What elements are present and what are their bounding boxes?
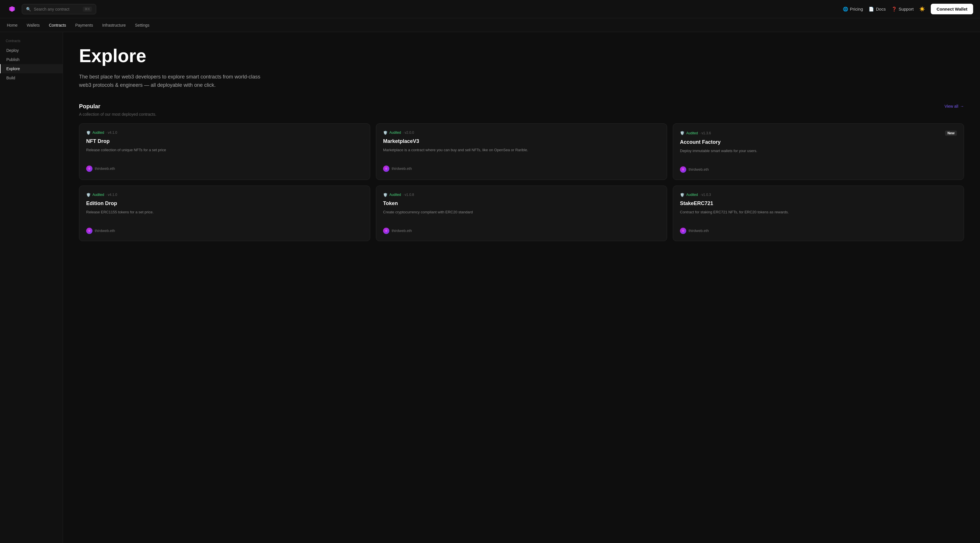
audited-label: Audited <box>389 193 401 197</box>
sidebar-item-deploy[interactable]: Deploy <box>0 46 63 55</box>
topbar-right: 🌐 Pricing 📄 Docs ❓ Support ☀️ Connect Wa… <box>843 4 973 14</box>
audited-label: Audited <box>686 131 698 135</box>
version-tag: · v1.3.6 <box>700 131 711 135</box>
card-description: Deploy immutable smart wallets for your … <box>680 148 957 159</box>
version-tag: · v2.0.0 <box>403 131 414 135</box>
sidebar: Contracts Deploy Publish Explore Build <box>0 32 63 543</box>
audited-badge: 🛡️ Audited · v1.0.3 <box>680 193 711 197</box>
shield-icon: 🛡️ <box>680 193 684 197</box>
sun-icon: ☀️ <box>919 6 925 12</box>
author-avatar <box>680 166 686 173</box>
sidebar-item-publish[interactable]: Publish <box>0 55 63 64</box>
shield-icon: 🛡️ <box>680 131 684 135</box>
card-title: NFT Drop <box>86 139 363 144</box>
card-badge-row: 🛡️ Audited · v1.3.6 New <box>680 131 957 136</box>
card-author: thirdweb.eth <box>95 229 115 233</box>
version-tag: · v1.0.3 <box>700 193 711 197</box>
theme-toggle[interactable]: ☀️ <box>919 6 925 12</box>
section-title-group: Popular <box>79 103 100 110</box>
card-footer: thirdweb.eth <box>383 166 660 172</box>
section-title: Popular <box>79 103 100 110</box>
author-avatar <box>680 228 686 234</box>
contract-card[interactable]: 🛡️ Audited · v1.0.8 Token Create cryptoc… <box>376 186 667 241</box>
main-content: Explore The best place for web3 develope… <box>63 32 980 543</box>
topbar-left: 🔍 ⌘K <box>7 4 96 14</box>
shield-icon: 🛡️ <box>383 131 388 135</box>
shield-icon: 🛡️ <box>383 193 388 197</box>
audited-label: Audited <box>686 193 698 197</box>
card-badge-row: 🛡️ Audited · v4.1.0 <box>86 131 363 135</box>
nav-home[interactable]: Home <box>7 22 18 29</box>
page-title: Explore <box>79 46 964 66</box>
card-description: Release ERC1155 tokens for a set price. <box>86 209 363 221</box>
sidebar-item-explore[interactable]: Explore <box>0 64 63 73</box>
search-icon: 🔍 <box>26 7 31 11</box>
nav-payments[interactable]: Payments <box>75 22 93 29</box>
logo[interactable] <box>7 4 17 14</box>
card-footer: thirdweb.eth <box>680 228 957 234</box>
version-tag: · v4.1.0 <box>106 193 117 197</box>
card-author: thirdweb.eth <box>391 166 412 171</box>
card-badge-row: 🛡️ Audited · v1.0.3 <box>680 193 957 197</box>
arrow-right-icon: → <box>960 104 964 108</box>
secondary-nav: Home Wallets Contracts Payments Infrastr… <box>0 18 980 32</box>
card-description: Create cryptocurrency compliant with ERC… <box>383 209 660 221</box>
card-footer: thirdweb.eth <box>383 228 660 234</box>
view-all-link[interactable]: View all → <box>945 104 964 108</box>
card-footer: thirdweb.eth <box>86 166 363 172</box>
contract-card[interactable]: 🛡️ Audited · v4.1.0 Edition Drop Release… <box>79 186 370 241</box>
connect-wallet-button[interactable]: Connect Wallet <box>931 4 973 14</box>
page-subtitle: The best place for web3 developers to ex… <box>79 73 274 89</box>
main-layout: Contracts Deploy Publish Explore Build E… <box>0 32 980 543</box>
popular-section: Popular View all → A collection of our m… <box>79 103 964 241</box>
search-input[interactable] <box>34 7 80 11</box>
section-subtitle: A collection of our most deployed contra… <box>79 112 964 116</box>
audited-badge: 🛡️ Audited · v1.0.8 <box>383 193 414 197</box>
card-description: Marketplace is a contract where you can … <box>383 147 660 159</box>
nav-wallets[interactable]: Wallets <box>27 22 40 29</box>
contract-card[interactable]: 🛡️ Audited · v4.1.0 NFT Drop Release col… <box>79 123 370 180</box>
audited-badge: 🛡️ Audited · v4.1.0 <box>86 131 117 135</box>
doc-icon: 📄 <box>869 6 874 12</box>
audited-label: Audited <box>92 193 104 197</box>
search-box[interactable]: 🔍 ⌘K <box>22 4 96 14</box>
contract-card[interactable]: 🛡️ Audited · v1.0.3 StakeERC721 Contract… <box>673 186 964 241</box>
nav-settings[interactable]: Settings <box>135 22 150 29</box>
card-badge-row: 🛡️ Audited · v4.1.0 <box>86 193 363 197</box>
card-title: MarketplaceV3 <box>383 139 660 144</box>
card-description: Release collection of unique NFTs for a … <box>86 147 363 159</box>
version-tag: · v4.1.0 <box>106 131 117 135</box>
author-avatar <box>383 166 389 172</box>
contract-card[interactable]: 🛡️ Audited · v1.3.6 New Account Factory … <box>673 123 964 180</box>
pricing-link[interactable]: 🌐 Pricing <box>843 6 863 12</box>
sidebar-section-label: Contracts <box>0 39 63 46</box>
card-author: thirdweb.eth <box>689 229 709 233</box>
nav-contracts[interactable]: Contracts <box>49 22 66 29</box>
search-shortcut: ⌘K <box>83 6 92 12</box>
docs-link[interactable]: 📄 Docs <box>869 6 886 12</box>
contracts-grid: 🛡️ Audited · v4.1.0 NFT Drop Release col… <box>79 123 964 241</box>
author-avatar <box>86 228 92 234</box>
audited-badge: 🛡️ Audited · v4.1.0 <box>86 193 117 197</box>
new-badge: New <box>945 131 957 136</box>
topbar: 🔍 ⌘K 🌐 Pricing 📄 Docs ❓ Support ☀️ Conne… <box>0 0 980 18</box>
sidebar-item-build[interactable]: Build <box>0 73 63 83</box>
card-author: thirdweb.eth <box>391 229 412 233</box>
audited-label: Audited <box>389 131 401 135</box>
nav-infrastructure[interactable]: Infrastructure <box>102 22 126 29</box>
support-link[interactable]: ❓ Support <box>891 6 914 12</box>
author-avatar <box>383 228 389 234</box>
audited-badge: 🛡️ Audited · v2.0.0 <box>383 131 414 135</box>
contract-card[interactable]: 🛡️ Audited · v2.0.0 MarketplaceV3 Market… <box>376 123 667 180</box>
card-badge-row: 🛡️ Audited · v1.0.8 <box>383 193 660 197</box>
card-footer: thirdweb.eth <box>680 166 957 173</box>
card-author: thirdweb.eth <box>689 167 709 172</box>
card-description: Contract for staking ERC721 NFTs, for ER… <box>680 209 957 221</box>
card-title: Account Factory <box>680 139 957 145</box>
audited-badge: 🛡️ Audited · v1.3.6 <box>680 131 711 135</box>
card-title: Token <box>383 201 660 207</box>
card-author: thirdweb.eth <box>95 166 115 171</box>
card-title: Edition Drop <box>86 201 363 207</box>
card-title: StakeERC721 <box>680 201 957 207</box>
card-badge-row: 🛡️ Audited · v2.0.0 <box>383 131 660 135</box>
